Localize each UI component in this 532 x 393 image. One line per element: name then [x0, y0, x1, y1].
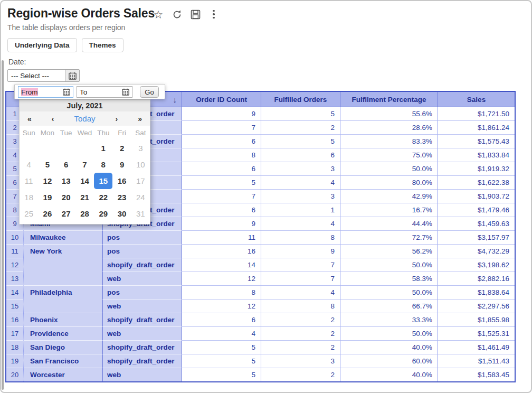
- calendar-day[interactable]: 11: [20, 173, 38, 189]
- calendar-day[interactable]: 24: [131, 189, 150, 205]
- channel-cell[interactable]: pos: [102, 230, 182, 244]
- order-count-cell[interactable]: 12: [182, 272, 261, 285]
- pct-cell[interactable]: 33.3%: [340, 313, 438, 326]
- save-icon[interactable]: [189, 8, 201, 20]
- sales-cell[interactable]: $2,882.16: [438, 272, 515, 285]
- sales-cell[interactable]: $1,861.24: [438, 120, 515, 134]
- pct-cell[interactable]: 56.2%: [340, 244, 438, 258]
- pct-cell[interactable]: 66.7%: [340, 299, 438, 313]
- pct-cell[interactable]: 55.6%: [340, 107, 438, 120]
- pct-cell[interactable]: 40.0%: [340, 368, 438, 381]
- city-cell[interactable]: Milwaukee: [23, 230, 102, 244]
- pct-cell[interactable]: 28.6%: [340, 120, 438, 134]
- calendar-day[interactable]: 7: [75, 156, 94, 173]
- channel-cell[interactable]: shopify_draft_order: [102, 354, 182, 368]
- fulfilled-cell[interactable]: 9: [261, 244, 340, 258]
- refresh-icon[interactable]: [171, 8, 183, 20]
- fulfilled-orders-header[interactable]: Fulfilled Orders: [261, 92, 340, 107]
- sales-cell[interactable]: $1,525.31: [438, 326, 515, 340]
- sales-cell[interactable]: $4,732.29: [438, 244, 515, 258]
- pct-cell[interactable]: 50.0%: [340, 258, 438, 272]
- order-count-cell[interactable]: 7: [182, 120, 261, 134]
- calendar-day[interactable]: 31: [131, 205, 150, 222]
- fulfilled-cell[interactable]: 2: [261, 120, 340, 134]
- calendar-day[interactable]: 6: [57, 156, 75, 173]
- prev-year-icon[interactable]: «: [27, 115, 32, 123]
- calendar-day[interactable]: 13: [57, 173, 75, 189]
- channel-cell[interactable]: shopify_draft_order: [102, 313, 182, 326]
- order-count-cell[interactable]: 8: [182, 148, 261, 162]
- sales-cell[interactable]: $1,919.32: [438, 162, 515, 175]
- calendar-day[interactable]: 16: [112, 173, 131, 189]
- order-count-cell[interactable]: 8: [182, 285, 261, 299]
- to-date-input[interactable]: To: [77, 86, 132, 98]
- sales-cell[interactable]: $3,157.97: [438, 230, 515, 244]
- calendar-day[interactable]: 9: [112, 156, 131, 173]
- favorite-star-icon[interactable]: ☆: [153, 8, 164, 20]
- order-count-cell[interactable]: 5: [182, 368, 261, 381]
- city-cell[interactable]: Phoenix: [23, 313, 102, 326]
- order-count-cell[interactable]: 11: [182, 230, 261, 244]
- calendar-day[interactable]: 1: [94, 140, 112, 156]
- order-count-cell[interactable]: 12: [182, 299, 261, 313]
- calendar-day[interactable]: 26: [38, 205, 56, 222]
- sales-cell[interactable]: $1,479.46: [438, 203, 515, 217]
- order-count-cell[interactable]: 9: [182, 217, 261, 230]
- pct-cell[interactable]: 50.0%: [340, 162, 438, 175]
- channel-cell[interactable]: web: [102, 368, 182, 381]
- order-count-cell[interactable]: 6: [182, 203, 261, 217]
- themes-button[interactable]: Themes: [82, 38, 124, 52]
- next-month-icon[interactable]: ›: [116, 115, 118, 123]
- pct-cell[interactable]: 42.9%: [340, 189, 438, 203]
- pct-cell[interactable]: 50.0%: [340, 285, 438, 299]
- fulfilled-cell[interactable]: 2: [261, 368, 340, 381]
- sales-cell[interactable]: $1,622.38: [438, 175, 515, 189]
- pct-cell[interactable]: 44.4%: [340, 217, 438, 230]
- sales-cell[interactable]: $1,838.64: [438, 285, 515, 299]
- sales-cell[interactable]: $1,855.98: [438, 313, 515, 326]
- fulfilled-cell[interactable]: 1: [261, 203, 340, 217]
- order-count-cell[interactable]: 4: [182, 326, 261, 340]
- sales-cell[interactable]: $2,297.56: [438, 299, 515, 313]
- order-count-cell[interactable]: 5: [182, 354, 261, 368]
- calendar-day[interactable]: 18: [20, 189, 38, 205]
- city-cell[interactable]: Worcester: [23, 368, 102, 381]
- city-cell[interactable]: San Francisco: [23, 354, 102, 368]
- sales-header[interactable]: Sales: [438, 92, 515, 107]
- more-options-icon[interactable]: [208, 8, 220, 20]
- city-cell[interactable]: Providence: [23, 326, 102, 340]
- sales-cell[interactable]: $1,511.43: [438, 354, 515, 368]
- next-year-icon[interactable]: »: [138, 115, 142, 123]
- order-count-cell[interactable]: 16: [182, 244, 261, 258]
- city-cell[interactable]: San Diego: [23, 340, 102, 354]
- calendar-day[interactable]: 8: [94, 156, 112, 173]
- channel-cell[interactable]: web: [102, 299, 182, 313]
- fulfilled-cell[interactable]: 7: [261, 258, 340, 272]
- pct-cell[interactable]: 60.0%: [340, 354, 438, 368]
- city-cell[interactable]: New York: [23, 244, 102, 285]
- calendar-day[interactable]: 5: [38, 156, 56, 173]
- fulfilled-cell[interactable]: 4: [261, 217, 340, 230]
- sales-cell[interactable]: $1,721.50: [438, 107, 515, 120]
- calendar-day[interactable]: 4: [20, 156, 38, 173]
- city-cell[interactable]: Philadelphia: [23, 285, 102, 313]
- channel-cell[interactable]: shopify_draft_order: [102, 258, 182, 272]
- fulfilled-cell[interactable]: 8: [261, 230, 340, 244]
- channel-cell[interactable]: shopify_draft_order: [102, 340, 182, 354]
- calendar-day[interactable]: 10: [131, 156, 150, 173]
- calendar-day[interactable]: 27: [57, 205, 75, 222]
- calendar-day[interactable]: 30: [112, 205, 131, 222]
- order-count-cell[interactable]: 7: [182, 189, 261, 203]
- fulfilled-cell[interactable]: 6: [261, 148, 340, 162]
- calendar-day[interactable]: 12: [38, 173, 56, 189]
- today-button[interactable]: Today: [74, 114, 95, 123]
- fulfilled-cell[interactable]: 5: [261, 134, 340, 148]
- pct-cell[interactable]: 83.3%: [340, 134, 438, 148]
- channel-cell[interactable]: web: [102, 326, 182, 340]
- fulfilled-cell[interactable]: 2: [261, 313, 340, 326]
- sales-cell[interactable]: $1,461.49: [438, 340, 515, 354]
- calendar-day[interactable]: 3: [131, 140, 150, 156]
- order-count-cell[interactable]: 6: [182, 162, 261, 175]
- order-count-cell[interactable]: 9: [182, 107, 261, 120]
- prev-month-icon[interactable]: ‹: [52, 115, 54, 123]
